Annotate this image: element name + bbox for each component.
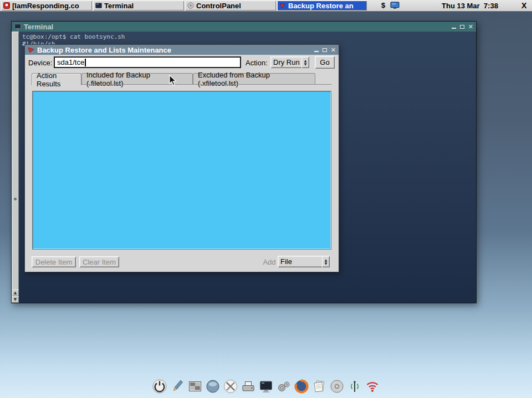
dialog-title: Backup Restore and Lists Maintenance	[37, 46, 171, 54]
power-icon[interactable]	[152, 379, 167, 394]
scroll-down-icon[interactable]: ▼	[12, 296, 19, 303]
delete-item-button[interactable]: Delete Item	[32, 256, 76, 267]
gears-icon[interactable]	[276, 379, 291, 394]
scroll-up-icon[interactable]: ▲	[12, 290, 19, 296]
taskbar-window-label: Terminal	[104, 2, 134, 10]
add-type-dropdown[interactable]: File ▲▼	[278, 256, 330, 267]
spinner-arrows-icon[interactable]: ▲▼	[301, 56, 309, 68]
dock	[152, 379, 380, 394]
taskbar-close-button[interactable]: X	[521, 1, 526, 10]
action-dropdown[interactable]: Dry Run ▲▼	[270, 56, 309, 68]
add-button[interactable]: Add	[262, 256, 277, 267]
maximize-icon[interactable]	[460, 25, 464, 29]
taskbar-window-label: ControlPanel	[196, 2, 241, 10]
taskbar-window-terminal[interactable]: Terminal	[93, 1, 184, 11]
printer-icon[interactable]	[241, 379, 256, 394]
add-type-dropdown-value: File	[280, 257, 292, 266]
terminal-dock-icon[interactable]	[258, 379, 274, 394]
browser-globe-icon[interactable]	[205, 379, 221, 394]
terminal-title: Terminal	[24, 23, 53, 31]
spinner-arrows-icon[interactable]: ▲▼	[322, 256, 330, 267]
notes-icon[interactable]	[311, 379, 327, 394]
dialog-titlebar[interactable]: Backup Restore and Lists Maintenance ✕	[25, 45, 339, 55]
tray-dollar-label: $	[381, 1, 385, 9]
taskbar-window-backup-restore[interactable]: Backup Restore an	[277, 1, 367, 11]
display-tray-icon[interactable]	[390, 2, 400, 9]
backup-dialog: Backup Restore and Lists Maintenance ✕ D…	[24, 44, 339, 272]
maximize-icon[interactable]	[323, 48, 327, 52]
taskbar-window-iamresponding[interactable]: [IamResponding.co	[1, 1, 92, 11]
device-input-value: sda1/tce	[57, 58, 84, 66]
minimize-icon[interactable]	[452, 28, 456, 29]
action-dropdown-value: Dry Run	[273, 58, 300, 66]
terminal-scrollbar[interactable]: ▲ ▼	[12, 32, 19, 303]
antenna-icon[interactable]	[347, 379, 362, 394]
screenshot-icon[interactable]	[187, 379, 203, 394]
tab-included-for-backup[interactable]: Included for Backup (.filetool.lst)	[81, 73, 193, 85]
close-icon[interactable]: ✕	[468, 24, 473, 30]
clear-item-button[interactable]: Clear Item	[79, 256, 119, 267]
taskbar-window-label: Backup Restore an	[288, 2, 354, 10]
action-results-area[interactable]	[32, 91, 331, 250]
tab-excluded-from-backup[interactable]: Excluded from Backup (.xfiletool.lst)	[193, 73, 315, 85]
firefox-icon[interactable]	[294, 379, 309, 394]
terminal-titlebar[interactable]: Terminal ✕	[12, 22, 476, 32]
clock: Thu 13 Mar 7:38	[442, 2, 498, 10]
disc-icon[interactable]	[329, 379, 345, 394]
wifi-icon[interactable]	[365, 379, 380, 394]
scrollbar-thumb[interactable]	[14, 198, 17, 200]
device-input[interactable]: sda1/tce	[54, 56, 241, 68]
pencil-icon[interactable]	[170, 379, 185, 394]
terminal-line: tc@box:/opt$ cat bootsync.sh	[22, 33, 474, 40]
dialog-app-icon	[28, 46, 34, 53]
taskbar-window-label: [IamResponding.co	[12, 2, 79, 10]
tab-action-results[interactable]: Action Results	[32, 73, 81, 85]
backup-restore-icon	[279, 2, 286, 9]
controlpanel-icon	[187, 2, 194, 9]
close-icon[interactable]: ✕	[331, 47, 336, 53]
taskbar-window-controlpanel[interactable]: ControlPanel	[185, 1, 276, 11]
action-label: Action:	[245, 59, 268, 67]
iamresponding-icon	[3, 2, 10, 9]
tools-icon[interactable]	[223, 379, 238, 394]
device-label: Device:	[28, 59, 52, 67]
terminal-icon	[95, 2, 102, 9]
taskbar: [IamResponding.co Terminal ControlPanel …	[0, 0, 532, 12]
go-button[interactable]: Go	[315, 56, 335, 69]
text-caret	[85, 59, 86, 66]
terminal-window-icon	[14, 24, 21, 30]
minimize-icon[interactable]	[314, 51, 319, 52]
